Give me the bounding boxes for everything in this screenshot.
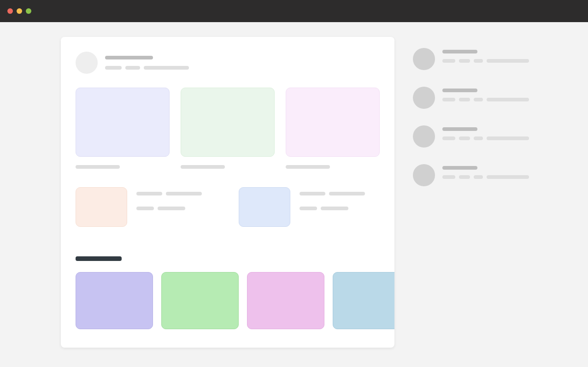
media-line: [136, 207, 154, 210]
list-item-sub: [487, 98, 529, 101]
tile-thumbnail: [286, 88, 380, 157]
media-line: [158, 207, 185, 210]
tile-caption: [181, 165, 225, 169]
profile-meta-item: [144, 66, 189, 70]
profile-avatar[interactable]: [76, 52, 98, 74]
list-item-sub: [442, 98, 455, 101]
avatar: [413, 87, 435, 109]
tile-item[interactable]: [286, 88, 380, 169]
media-item[interactable]: [76, 187, 214, 227]
section-heading: [61, 227, 394, 272]
list-item[interactable]: [413, 87, 529, 109]
list-item-sub: [442, 136, 455, 140]
media-thumbnail: [76, 187, 127, 227]
window-zoom-icon[interactable]: [26, 8, 31, 14]
media-thumbnail: [239, 187, 290, 227]
profile-meta-item: [125, 66, 140, 70]
list-item[interactable]: [413, 125, 529, 148]
list-item[interactable]: [413, 164, 529, 186]
profile-title: [105, 56, 153, 59]
window-close-icon[interactable]: [7, 8, 13, 14]
list-item-sub: [459, 175, 470, 179]
list-item-sub: [474, 59, 483, 63]
media-line: [300, 207, 317, 210]
carousel-item[interactable]: [161, 272, 239, 329]
list-item-text: [442, 125, 529, 148]
media-text: [136, 187, 202, 227]
list-item-sub: [487, 175, 529, 179]
list-item-sub: [459, 59, 470, 63]
list-item-text: [442, 87, 529, 109]
sidebar-list: [413, 37, 529, 348]
media-line: [166, 192, 202, 195]
media-line: [321, 207, 348, 210]
tile-item[interactable]: [76, 88, 170, 169]
list-item-title: [442, 50, 477, 53]
list-item-sub: [474, 98, 483, 101]
media-line: [300, 192, 325, 195]
list-item-title: [442, 127, 477, 131]
media-text: [300, 187, 365, 227]
list-item-sub: [487, 136, 529, 140]
content-card: [61, 37, 394, 348]
media-row: [61, 169, 394, 227]
list-item-sub: [487, 59, 529, 63]
list-item-title: [442, 166, 477, 170]
profile-meta: [105, 66, 189, 70]
tile-caption: [286, 165, 330, 169]
list-item-sub: [442, 175, 455, 179]
page-body: [0, 22, 588, 348]
profile-text: [105, 56, 189, 70]
carousel-item[interactable]: [76, 272, 153, 329]
list-item-sub: [474, 136, 483, 140]
list-item-title: [442, 89, 477, 92]
media-item[interactable]: [239, 187, 377, 227]
window-titlebar: [0, 0, 588, 22]
carousel-item[interactable]: [333, 272, 394, 329]
carousel[interactable]: [61, 272, 394, 329]
tile-row-large: [61, 88, 394, 169]
tile-thumbnail: [181, 88, 275, 157]
avatar: [413, 164, 435, 186]
list-item-text: [442, 164, 529, 186]
media-line: [329, 192, 365, 195]
tile-caption: [76, 165, 120, 169]
avatar: [413, 125, 435, 148]
profile-meta-item: [105, 66, 122, 70]
tile-thumbnail: [76, 88, 170, 157]
section-title: [76, 256, 122, 261]
tile-item[interactable]: [181, 88, 275, 169]
window-minimize-icon[interactable]: [17, 8, 22, 14]
list-item-sub: [459, 136, 470, 140]
list-item-sub: [459, 98, 470, 101]
list-item-sub: [442, 59, 455, 63]
list-item-text: [442, 48, 529, 70]
carousel-item[interactable]: [247, 272, 324, 329]
list-item-sub: [474, 175, 483, 179]
profile-header: [61, 52, 394, 88]
list-item[interactable]: [413, 48, 529, 70]
avatar: [413, 48, 435, 70]
media-line: [136, 192, 162, 195]
